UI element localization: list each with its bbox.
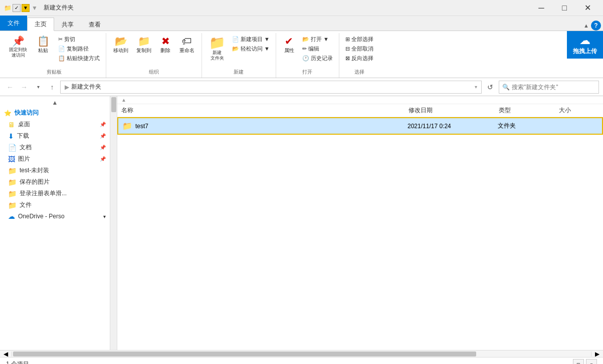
copy-to-label: 复制到 bbox=[136, 47, 151, 54]
properties-button[interactable]: ✔ 属性 bbox=[280, 35, 298, 55]
paste-shortcut-icon: 📋 bbox=[58, 55, 65, 62]
grid-view-button[interactable]: ≡ bbox=[586, 359, 597, 365]
delete-button[interactable]: ✖ 删除 bbox=[156, 35, 174, 55]
scroll-left-btn[interactable]: ◀ bbox=[0, 351, 12, 356]
history-button[interactable]: 🕐 历史记录 bbox=[300, 54, 335, 63]
search-icon: 🔍 bbox=[502, 84, 510, 91]
cloud-upload-icon: ☁ bbox=[579, 34, 590, 47]
tab-file[interactable]: 文件 bbox=[0, 16, 27, 31]
saved-pictures-label: 保存的图片 bbox=[20, 178, 50, 186]
new-folder-button[interactable]: 📁 新建文件夹 bbox=[206, 35, 228, 62]
title-check-icon: ✓ bbox=[13, 4, 21, 12]
dropdown-button[interactable]: ▾ bbox=[32, 81, 44, 93]
sidebar-item-onedrive[interactable]: ☁ OneDrive - Perso ▾ bbox=[0, 211, 110, 222]
file-folder-icon: 📁 bbox=[122, 121, 132, 131]
tab-share[interactable]: 共享 bbox=[54, 18, 81, 31]
path-prefix-icon: ▶ bbox=[65, 84, 69, 91]
select-all-button[interactable]: ⊞ 全部选择 bbox=[343, 35, 375, 44]
horizontal-scrollbar[interactable]: ◀ ▶ bbox=[0, 350, 603, 357]
downloads-pin-icon: 📌 bbox=[100, 133, 106, 139]
sidebar-item-files[interactable]: 📁 文件 bbox=[0, 199, 110, 211]
files-label: 文件 bbox=[20, 201, 32, 209]
invert-select-icon: ⊠ bbox=[345, 55, 350, 62]
close-button[interactable]: ✕ bbox=[576, 0, 599, 16]
col-name-header[interactable]: 名称 bbox=[121, 106, 409, 115]
pin-to-quick-access-button[interactable]: 📌 固定到快速访问 bbox=[6, 35, 30, 59]
test-unsealed-icon: 📁 bbox=[8, 167, 17, 175]
maximize-button[interactable]: □ bbox=[553, 0, 576, 16]
sidebar-item-desktop[interactable]: 🖥 桌面 📌 bbox=[0, 119, 110, 130]
onedrive-icon: ☁ bbox=[8, 212, 15, 220]
organize-label: 组织 bbox=[110, 69, 197, 76]
open-button[interactable]: 📂 打开 ▼ bbox=[300, 35, 335, 44]
sidebar-item-documents[interactable]: 📄 文档 📌 bbox=[0, 142, 110, 153]
new-item-button[interactable]: 📄 新建项目 ▼ bbox=[230, 35, 272, 44]
list-view-button[interactable]: ⊞ bbox=[573, 359, 584, 365]
paste-icon: 📋 bbox=[37, 36, 50, 46]
copy-to-button[interactable]: 📁 复制到 bbox=[133, 35, 154, 55]
login-form-label: 登录注册表单滑... bbox=[20, 189, 67, 198]
sidebar-scroll-up[interactable]: ▲ bbox=[0, 98, 110, 107]
desktop-pin-icon: 📌 bbox=[100, 122, 106, 127]
cut-button[interactable]: ✂ 剪切 bbox=[56, 35, 102, 44]
sidebar-item-quick-access[interactable]: ⭐ 快速访问 bbox=[0, 107, 110, 119]
forward-button[interactable]: → bbox=[18, 81, 30, 93]
sort-arrow[interactable]: ▲ bbox=[121, 97, 126, 103]
invert-select-button[interactable]: ⊠ 反向选择 bbox=[343, 54, 375, 63]
col-size-header[interactable]: 大小 bbox=[559, 106, 599, 115]
organize-content: 📂 移动到 📁 复制到 ✖ 删除 🏷 重命名 bbox=[110, 35, 197, 67]
title-folder-icon: ▼ bbox=[22, 4, 30, 12]
new-item-icon: 📄 bbox=[232, 36, 239, 43]
address-bar: ← → ▾ ↑ ▶ 新建文件夹 ▾ ↺ 🔍 bbox=[0, 78, 603, 96]
sidebar-item-login-form[interactable]: 📁 登录注册表单滑... bbox=[0, 188, 110, 199]
sidebar-item-pictures[interactable]: 🖼 图片 📌 bbox=[0, 153, 110, 165]
upload-button[interactable]: ☁ 拖拽上传 bbox=[567, 31, 603, 59]
address-path[interactable]: ▶ 新建文件夹 ▾ bbox=[60, 81, 482, 94]
edit-label: 编辑 bbox=[308, 45, 319, 53]
copy-to-icon: 📁 bbox=[138, 36, 150, 46]
sidebar-item-test-unsealed[interactable]: 📁 test-未封装 bbox=[0, 165, 110, 176]
move-to-button[interactable]: 📂 移动到 bbox=[110, 35, 131, 55]
ribbon-collapse-btn[interactable]: ▲ bbox=[583, 23, 589, 29]
paste-shortcut-button[interactable]: 📋 粘贴快捷方式 bbox=[56, 54, 102, 63]
rename-icon: 🏷 bbox=[182, 36, 192, 46]
history-icon: 🕐 bbox=[302, 55, 309, 62]
upload-label: 拖拽上传 bbox=[573, 47, 597, 56]
copy-path-button[interactable]: 📄 复制路径 bbox=[56, 45, 102, 53]
col-type-header[interactable]: 类型 bbox=[499, 106, 559, 115]
documents-pin-icon: 📌 bbox=[100, 145, 106, 150]
refresh-button[interactable]: ↺ bbox=[484, 81, 497, 94]
clipboard-content: 📌 固定到快速访问 📋 粘贴 ✂ 剪切 📄 复制路径 📋 bbox=[6, 35, 102, 67]
open-label: 打开 bbox=[280, 69, 335, 76]
tab-home[interactable]: 主页 bbox=[27, 18, 54, 31]
cut-icon: ✂ bbox=[58, 36, 63, 43]
ribbon-group-organize: 📂 移动到 📁 复制到 ✖ 删除 🏷 重命名 组织 bbox=[106, 33, 202, 78]
file-row-test7[interactable]: 📁 test7 2021/11/17 0:24 文件夹 bbox=[117, 117, 603, 135]
paste-button[interactable]: 📋 粘贴 bbox=[32, 35, 54, 55]
search-input[interactable] bbox=[512, 84, 595, 91]
sidebar-item-saved-pictures[interactable]: 📁 保存的图片 bbox=[0, 176, 110, 188]
select-none-button[interactable]: ⊟ 全部取消 bbox=[343, 45, 375, 53]
back-button[interactable]: ← bbox=[4, 81, 16, 93]
sidebar-scrollbar[interactable] bbox=[110, 96, 117, 350]
documents-icon: 📄 bbox=[8, 144, 17, 152]
copy-path-icon: 📄 bbox=[58, 46, 65, 52]
tab-view[interactable]: 查看 bbox=[81, 18, 108, 31]
rename-button[interactable]: 🏷 重命名 bbox=[176, 35, 197, 55]
help-button[interactable]: ? bbox=[591, 21, 601, 31]
scroll-thumb bbox=[13, 351, 476, 356]
col-date-header[interactable]: 修改日期 bbox=[409, 106, 499, 115]
path-text: 新建文件夹 bbox=[71, 83, 101, 91]
downloads-label: 下载 bbox=[17, 132, 29, 140]
move-to-label: 移动到 bbox=[113, 47, 128, 54]
sidebar-item-downloads[interactable]: ⬇ 下载 📌 bbox=[0, 130, 110, 142]
scroll-right-btn[interactable]: ▶ bbox=[591, 351, 603, 356]
select-label: 选择 bbox=[343, 69, 375, 76]
quick-access-icon: 📁 bbox=[4, 5, 12, 12]
minimize-button[interactable]: ─ bbox=[530, 0, 553, 16]
easy-access-button[interactable]: 📂 轻松访问 ▼ bbox=[230, 45, 272, 53]
sidebar-scroll-thumb bbox=[111, 97, 116, 112]
select-none-label: 全部取消 bbox=[351, 45, 373, 53]
edit-button[interactable]: ✏ 编辑 bbox=[300, 45, 335, 53]
up-button[interactable]: ↑ bbox=[46, 81, 58, 93]
